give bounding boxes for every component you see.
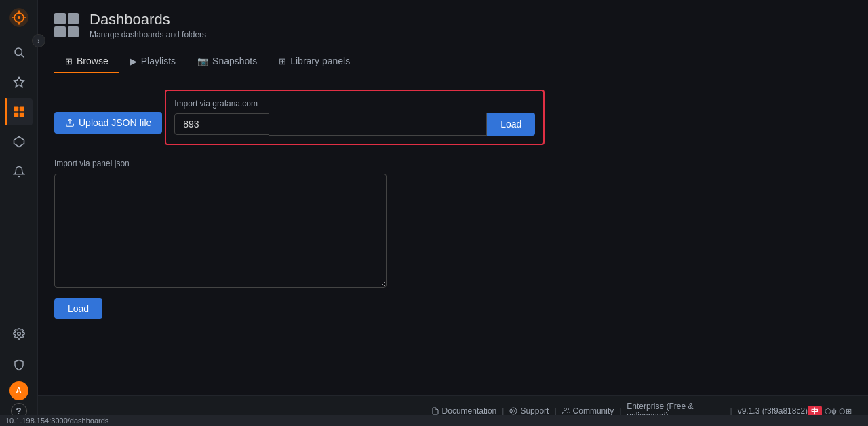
- sidebar-item-settings[interactable]: [5, 320, 33, 347]
- footer-version: v9.1.3 (f3f9a818c2): [738, 406, 808, 416]
- svg-point-23: [564, 408, 566, 411]
- sidebar-item-dashboards[interactable]: [5, 98, 33, 125]
- footer-sep-2: |: [554, 406, 556, 416]
- page-header: Dashboards Manage dashboards and folders: [38, 0, 868, 39]
- footer-sep-3: |: [619, 406, 621, 416]
- tab-library-panels[interactable]: ⊞ Library panels: [268, 50, 361, 73]
- tab-snapshots[interactable]: 📷 Snapshots: [186, 50, 268, 73]
- page-content: Upload JSON file Import via grafana.com …: [38, 73, 868, 395]
- footer-sep-4: |: [730, 406, 732, 416]
- panel-json-textarea[interactable]: [54, 174, 387, 288]
- svg-marker-14: [14, 137, 24, 147]
- svg-line-8: [21, 54, 24, 57]
- library-tab-icon: ⊞: [279, 56, 286, 66]
- load-button-label: Load: [68, 303, 89, 314]
- svg-rect-13: [19, 113, 24, 117]
- docs-icon: [431, 407, 439, 415]
- tab-browse-label: Browse: [77, 56, 108, 66]
- community-link[interactable]: Community: [562, 406, 614, 416]
- svg-point-2: [17, 16, 20, 19]
- tab-snapshots-label: Snapshots: [212, 56, 257, 66]
- import-grafana-section: Import via grafana.com Load: [165, 90, 545, 145]
- import-load-label: Load: [500, 119, 521, 130]
- tab-library-panels-label: Library panels: [290, 56, 350, 66]
- community-icon: [562, 407, 570, 415]
- upload-icon: [65, 118, 75, 128]
- settings-icon: [13, 328, 25, 340]
- import-load-button[interactable]: Load: [487, 113, 535, 136]
- support-link[interactable]: Support: [509, 406, 549, 416]
- explore-icon: [13, 136, 25, 148]
- sidebar-item-explore[interactable]: [5, 128, 33, 155]
- grafana-logo-icon: [9, 8, 28, 27]
- snapshots-tab-icon: 📷: [197, 56, 208, 66]
- dashboards-icon: [13, 106, 25, 118]
- sidebar-item-alerting[interactable]: [5, 158, 33, 185]
- browse-tab-icon: ⊞: [65, 56, 73, 66]
- sidebar-item-shield[interactable]: [5, 351, 33, 379]
- sidebar: ›: [0, 0, 38, 426]
- footer-sep-1: |: [502, 406, 504, 416]
- support-label: Support: [520, 406, 549, 416]
- svg-line-21: [515, 408, 516, 410]
- svg-line-22: [511, 412, 513, 413]
- tabs-bar: ⊞ Browse ▶ Playlists 📷 Snapshots ⊞ Libra…: [38, 50, 868, 73]
- bell-icon: [13, 166, 25, 178]
- upload-json-button[interactable]: Upload JSON file: [54, 112, 162, 134]
- svg-point-18: [512, 410, 515, 412]
- search-icon: [13, 46, 25, 58]
- user-avatar[interactable]: A: [9, 381, 28, 400]
- svg-point-7: [15, 48, 22, 56]
- load-button[interactable]: Load: [54, 298, 102, 319]
- shield-icon: [13, 359, 25, 371]
- sidebar-collapse-button[interactable]: ›: [32, 34, 45, 47]
- import-grafana-label: Import via grafana.com: [174, 99, 535, 109]
- import-json-section: Import via panel json Load: [54, 159, 852, 319]
- import-spacer: [269, 113, 487, 136]
- svg-line-19: [511, 408, 513, 410]
- tab-playlists[interactable]: ▶ Playlists: [119, 50, 186, 73]
- sidebar-item-starred[interactable]: [5, 69, 33, 96]
- import-row: Load: [174, 113, 535, 136]
- import-grafana-input[interactable]: [174, 113, 269, 135]
- app-logo[interactable]: [9, 8, 28, 29]
- docs-link[interactable]: Documentation: [431, 406, 497, 416]
- svg-rect-12: [14, 113, 18, 117]
- sidebar-item-search[interactable]: [5, 39, 33, 66]
- svg-marker-9: [14, 77, 24, 87]
- footer-extra-icons: ⬡ψ ⬡⊞: [825, 407, 852, 416]
- page-subtitle: Manage dashboards and folders: [90, 30, 206, 39]
- svg-line-20: [515, 412, 516, 413]
- page-header-text: Dashboards Manage dashboards and folders: [90, 11, 206, 39]
- community-label: Community: [573, 406, 614, 416]
- docs-label: Documentation: [442, 406, 497, 416]
- status-url: 10.1.198.154:3000/dashboards: [5, 417, 108, 425]
- svg-rect-11: [19, 107, 24, 112]
- playlists-tab-icon: ▶: [130, 56, 137, 66]
- tab-browse[interactable]: ⊞ Browse: [54, 50, 119, 73]
- panel-json-label: Import via panel json: [54, 159, 852, 168]
- status-bar: 10.1.198.154:3000/dashboards: [0, 415, 868, 426]
- page-title: Dashboards: [90, 11, 206, 28]
- support-icon: [509, 407, 517, 415]
- star-icon: [13, 76, 25, 88]
- main-content: Dashboards Manage dashboards and folders…: [38, 0, 868, 426]
- upload-button-label: Upload JSON file: [79, 117, 151, 128]
- tab-playlists-label: Playlists: [141, 56, 176, 66]
- dashboards-header-icon: [54, 13, 79, 37]
- svg-rect-10: [14, 107, 18, 112]
- svg-point-15: [17, 332, 20, 336]
